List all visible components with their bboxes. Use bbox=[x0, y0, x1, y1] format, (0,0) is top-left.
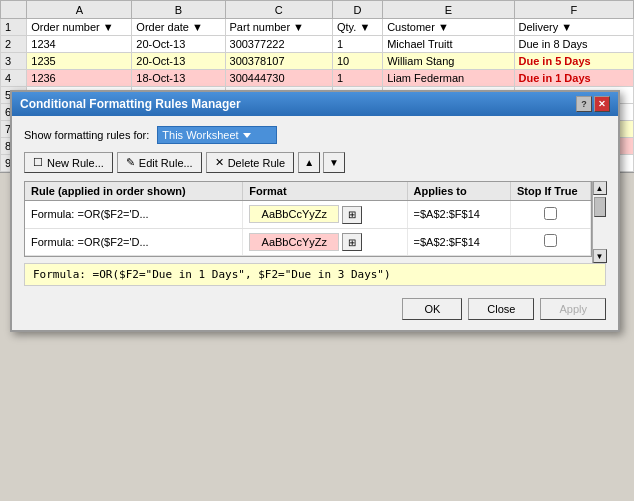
move-down-button[interactable]: ▼ bbox=[323, 152, 345, 173]
move-up-button[interactable]: ▲ bbox=[298, 152, 320, 173]
delete-rule-button[interactable]: ✕ Delete Rule bbox=[206, 152, 294, 173]
cell-qty[interactable]: 10 bbox=[333, 53, 383, 70]
conditional-formatting-dialog: Conditional Formatting Rules Manager ? ✕… bbox=[10, 90, 620, 173]
col-header-e[interactable]: E bbox=[383, 1, 514, 19]
edit-rule-icon: ✎ bbox=[126, 156, 135, 169]
col-header-b[interactable]: B bbox=[132, 1, 225, 19]
header-delivery[interactable]: Delivery ▼ bbox=[514, 19, 633, 36]
show-rules-label: Show formatting rules for: bbox=[24, 129, 149, 141]
cell-part-number[interactable]: 300377222 bbox=[225, 36, 332, 53]
new-rule-icon: ☐ bbox=[33, 156, 43, 169]
cell-customer[interactable]: William Stang bbox=[383, 53, 514, 70]
cell-order-number[interactable]: 1235 bbox=[27, 53, 132, 70]
cell-delivery[interactable]: Due in 8 Days bbox=[514, 36, 633, 53]
data-header-row: 1 Order number ▼ Order date ▼ Part numbe… bbox=[1, 19, 634, 36]
dropdown-arrow-icon bbox=[243, 133, 251, 138]
table-row: 3123520-Oct-1330037810710William StangDu… bbox=[1, 53, 634, 70]
dialog-title: Conditional Formatting Rules Manager bbox=[20, 97, 241, 111]
cell-qty[interactable]: 1 bbox=[333, 36, 383, 53]
dialog-titlebar-buttons: ? ✕ bbox=[576, 96, 610, 112]
table-row: 2123420-Oct-133003772221Michael TruittDu… bbox=[1, 36, 634, 53]
rules-toolbar: ☐ New Rule... ✎ Edit Rule... ✕ Delete Ru… bbox=[24, 152, 606, 173]
header-order-date[interactable]: Order date ▼ bbox=[132, 19, 225, 36]
cell-part-number[interactable]: 300444730 bbox=[225, 70, 332, 87]
col-header-a[interactable]: A bbox=[27, 1, 132, 19]
dialog-help-button[interactable]: ? bbox=[576, 96, 592, 112]
row-num[interactable]: 2 bbox=[1, 36, 27, 53]
column-header-row: A B C D E F bbox=[1, 1, 634, 19]
cell-delivery[interactable]: Due in 5 Days bbox=[514, 53, 633, 70]
cell-order-date[interactable]: 20-Oct-13 bbox=[132, 53, 225, 70]
row-col-header bbox=[1, 1, 27, 19]
cell-order-date[interactable]: 18-Oct-13 bbox=[132, 70, 225, 87]
row-num[interactable]: 4 bbox=[1, 70, 27, 87]
col-header-f[interactable]: F bbox=[514, 1, 633, 19]
delete-rule-icon: ✕ bbox=[215, 156, 224, 169]
col-header-c[interactable]: C bbox=[225, 1, 332, 19]
cell-customer[interactable]: Michael Truitt bbox=[383, 36, 514, 53]
row-num[interactable]: 3 bbox=[1, 53, 27, 70]
move-buttons: ▲ ▼ bbox=[298, 152, 345, 173]
new-rule-button[interactable]: ☐ New Rule... bbox=[24, 152, 113, 173]
table-row: 4123618-Oct-133004447301Liam FedermanDue… bbox=[1, 70, 634, 87]
dialog-body: Show formatting rules for: This Workshee… bbox=[12, 116, 618, 173]
show-rules-dropdown[interactable]: This Worksheet bbox=[157, 126, 277, 144]
show-rules-row: Show formatting rules for: This Workshee… bbox=[24, 126, 606, 144]
header-qty[interactable]: Qty. ▼ bbox=[333, 19, 383, 36]
cell-customer[interactable]: Liam Federman bbox=[383, 70, 514, 87]
header-customer[interactable]: Customer ▼ bbox=[383, 19, 514, 36]
cell-delivery[interactable]: Due in 1 Days bbox=[514, 70, 633, 87]
cell-order-number[interactable]: 1234 bbox=[27, 36, 132, 53]
cell-part-number[interactable]: 300378107 bbox=[225, 53, 332, 70]
col-header-d[interactable]: D bbox=[333, 1, 383, 19]
cell-order-date[interactable]: 20-Oct-13 bbox=[132, 36, 225, 53]
cell-qty[interactable]: 1 bbox=[333, 70, 383, 87]
row-num-1: 1 bbox=[1, 19, 27, 36]
cell-order-number[interactable]: 1236 bbox=[27, 70, 132, 87]
header-order-number[interactable]: Order number ▼ bbox=[27, 19, 132, 36]
edit-rule-button[interactable]: ✎ Edit Rule... bbox=[117, 152, 202, 173]
dropdown-value: This Worksheet bbox=[162, 129, 238, 141]
dialog-titlebar: Conditional Formatting Rules Manager ? ✕ bbox=[12, 92, 618, 116]
header-part-number[interactable]: Part number ▼ bbox=[225, 19, 332, 36]
dialog-close-button[interactable]: ✕ bbox=[594, 96, 610, 112]
